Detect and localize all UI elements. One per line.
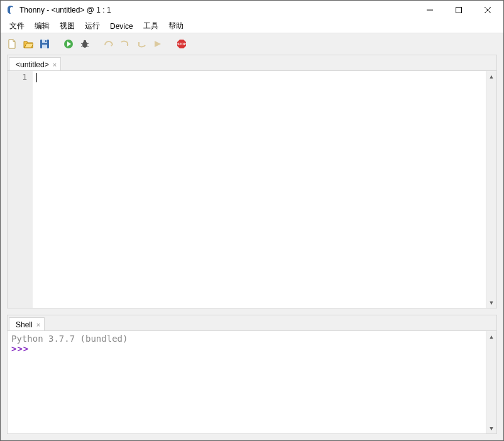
- run-icon[interactable]: [62, 38, 75, 50]
- shell-tabbar: Shell ×: [8, 315, 496, 330]
- editor-tab-label: <untitled>: [16, 60, 49, 69]
- debug-icon[interactable]: [79, 38, 91, 50]
- toolbar: STOP: [1, 33, 503, 55]
- menu-edit[interactable]: 编辑: [30, 19, 55, 33]
- svg-line-15: [87, 46, 89, 46]
- content-area: <untitled> × 1 ▲ ▼: [1, 55, 503, 440]
- svg-rect-7: [42, 45, 47, 48]
- new-file-icon[interactable]: [6, 38, 18, 50]
- menu-tools[interactable]: 工具: [138, 19, 163, 33]
- stop-icon[interactable]: STOP: [175, 38, 188, 50]
- resume-icon[interactable]: [151, 38, 164, 50]
- menu-file[interactable]: 文件: [4, 19, 30, 33]
- shell-scrollbar[interactable]: ▲ ▼: [486, 331, 496, 433]
- close-shell-tab-icon[interactable]: ×: [36, 321, 40, 329]
- save-file-icon[interactable]: [38, 38, 51, 50]
- svg-rect-8: [45, 40, 47, 42]
- scroll-up-icon[interactable]: ▲: [486, 71, 496, 82]
- close-button[interactable]: [473, 1, 502, 19]
- svg-text:STOP: STOP: [177, 42, 186, 46]
- svg-point-11: [84, 40, 86, 43]
- menubar: 文件 编辑 视图 运行 Device 工具 帮助: [1, 19, 503, 33]
- editor-pane: <untitled> × 1 ▲ ▼: [7, 55, 497, 308]
- shell-body[interactable]: Python 3.7.7 (bundled) >>> ▲ ▼: [8, 330, 496, 433]
- menu-run[interactable]: 运行: [80, 19, 105, 33]
- step-out-icon[interactable]: [135, 38, 148, 50]
- menu-help[interactable]: 帮助: [163, 19, 189, 33]
- step-over-icon[interactable]: [102, 38, 115, 50]
- shell-tab-label: Shell: [16, 320, 33, 329]
- text-caret: [36, 73, 37, 82]
- editor-scrollbar[interactable]: ▲ ▼: [486, 71, 496, 308]
- editor-body: 1 ▲ ▼: [8, 70, 496, 308]
- menu-view[interactable]: 视图: [55, 19, 80, 33]
- maximize-button[interactable]: [444, 1, 473, 19]
- svg-rect-2: [456, 8, 462, 13]
- editor-gutter: 1: [8, 71, 33, 308]
- scroll-down-icon[interactable]: ▼: [486, 423, 496, 433]
- scroll-up-icon[interactable]: ▲: [486, 331, 496, 342]
- menu-device[interactable]: Device: [105, 21, 138, 32]
- window-title: Thonny - <untitled> @ 1 : 1: [19, 6, 415, 14]
- minimize-button[interactable]: [415, 1, 444, 19]
- shell-banner: Python 3.7.7 (bundled): [11, 334, 493, 344]
- app-window: Thonny - <untitled> @ 1 : 1 文件 编辑 视图 运行 …: [0, 0, 504, 441]
- scroll-down-icon[interactable]: ▼: [486, 297, 496, 308]
- step-into-icon[interactable]: [119, 38, 131, 50]
- editor-tab[interactable]: <untitled> ×: [9, 57, 61, 71]
- close-tab-icon[interactable]: ×: [53, 61, 57, 68]
- open-file-icon[interactable]: [22, 38, 35, 50]
- svg-point-0: [11, 7, 12, 8]
- shell-tab[interactable]: Shell ×: [9, 317, 45, 331]
- shell-prompt: >>>: [11, 344, 29, 354]
- line-number: 1: [8, 72, 27, 82]
- code-editor[interactable]: [33, 71, 496, 308]
- titlebar: Thonny - <untitled> @ 1 : 1: [1, 1, 503, 19]
- editor-tabbar: <untitled> ×: [8, 55, 496, 70]
- svg-line-14: [81, 46, 83, 46]
- shell-pane: Shell × Python 3.7.7 (bundled) >>> ▲ ▼: [7, 315, 497, 434]
- thonny-logo-icon: [6, 5, 16, 15]
